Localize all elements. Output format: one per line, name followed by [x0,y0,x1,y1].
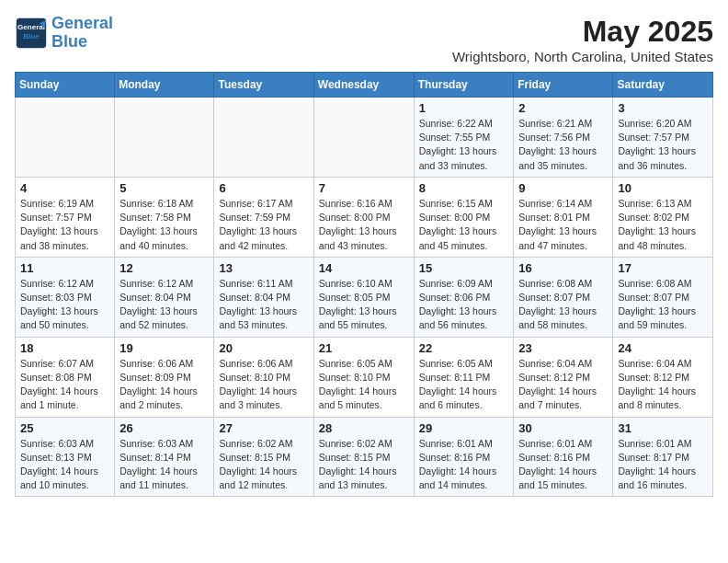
calendar-cell: 17Sunrise: 6:08 AM Sunset: 8:07 PM Dayli… [613,257,713,337]
calendar-cell: 14Sunrise: 6:10 AM Sunset: 8:05 PM Dayli… [313,257,414,337]
day-info: Sunrise: 6:01 AM Sunset: 8:16 PM Dayligh… [518,437,608,493]
calendar-cell: 1Sunrise: 6:22 AM Sunset: 7:55 PM Daylig… [414,98,514,178]
weekday-header: Tuesday [214,73,313,98]
day-number: 6 [219,181,308,195]
day-info: Sunrise: 6:12 AM Sunset: 8:03 PM Dayligh… [20,277,109,333]
calendar-cell: 18Sunrise: 6:07 AM Sunset: 8:08 PM Dayli… [16,337,115,417]
logo: General Blue GeneralBlue [15,15,113,52]
day-info: Sunrise: 6:20 AM Sunset: 7:57 PM Dayligh… [618,117,708,173]
calendar-table: SundayMondayTuesdayWednesdayThursdayFrid… [15,72,713,497]
day-number: 30 [518,421,608,435]
calendar-cell: 3Sunrise: 6:20 AM Sunset: 7:57 PM Daylig… [613,98,713,178]
calendar-cell: 13Sunrise: 6:11 AM Sunset: 8:04 PM Dayli… [214,257,313,337]
day-number: 26 [119,421,209,435]
calendar-cell: 20Sunrise: 6:06 AM Sunset: 8:10 PM Dayli… [214,337,313,417]
calendar-cell [313,98,414,178]
day-number: 10 [618,181,708,195]
calendar-cell: 27Sunrise: 6:02 AM Sunset: 8:15 PM Dayli… [214,417,313,497]
calendar-cell: 21Sunrise: 6:05 AM Sunset: 8:10 PM Dayli… [313,337,414,417]
title-block: May 2025 Wrightsboro, North Carolina, Un… [452,15,713,64]
day-number: 24 [618,341,708,355]
svg-text:General: General [17,23,45,31]
page-header: General Blue GeneralBlue May 2025 Wright… [15,15,713,64]
weekday-header: Sunday [16,73,115,98]
calendar-cell: 22Sunrise: 6:05 AM Sunset: 8:11 PM Dayli… [414,337,514,417]
day-number: 5 [119,181,209,195]
day-info: Sunrise: 6:03 AM Sunset: 8:13 PM Dayligh… [20,437,109,493]
day-number: 12 [119,261,209,275]
day-number: 4 [20,181,109,195]
logo-icon: General Blue [15,17,48,50]
day-info: Sunrise: 6:14 AM Sunset: 8:01 PM Dayligh… [518,197,608,253]
calendar-cell: 10Sunrise: 6:13 AM Sunset: 8:02 PM Dayli… [613,177,713,257]
day-info: Sunrise: 6:06 AM Sunset: 8:09 PM Dayligh… [119,357,209,413]
page-subtitle: Wrightsboro, North Carolina, United Stat… [452,49,713,64]
calendar-cell: 8Sunrise: 6:15 AM Sunset: 8:00 PM Daylig… [414,177,514,257]
day-number: 20 [219,341,308,355]
day-number: 28 [319,421,409,435]
day-info: Sunrise: 6:22 AM Sunset: 7:55 PM Dayligh… [419,117,509,173]
day-info: Sunrise: 6:09 AM Sunset: 8:06 PM Dayligh… [419,277,509,333]
calendar-cell [214,98,313,178]
day-info: Sunrise: 6:01 AM Sunset: 8:16 PM Dayligh… [419,437,509,493]
day-info: Sunrise: 6:13 AM Sunset: 8:02 PM Dayligh… [618,197,708,253]
svg-text:Blue: Blue [23,32,40,40]
day-number: 11 [20,261,109,275]
day-info: Sunrise: 6:06 AM Sunset: 8:10 PM Dayligh… [219,357,308,413]
day-number: 23 [518,341,608,355]
day-info: Sunrise: 6:05 AM Sunset: 8:10 PM Dayligh… [319,357,409,413]
day-number: 3 [618,101,708,115]
day-info: Sunrise: 6:03 AM Sunset: 8:14 PM Dayligh… [119,437,209,493]
day-info: Sunrise: 6:04 AM Sunset: 8:12 PM Dayligh… [618,357,708,413]
calendar-cell: 29Sunrise: 6:01 AM Sunset: 8:16 PM Dayli… [414,417,514,497]
day-info: Sunrise: 6:02 AM Sunset: 8:15 PM Dayligh… [219,437,308,493]
calendar-cell: 26Sunrise: 6:03 AM Sunset: 8:14 PM Dayli… [115,417,214,497]
calendar-cell: 4Sunrise: 6:19 AM Sunset: 7:57 PM Daylig… [16,177,115,257]
day-number: 2 [518,101,608,115]
calendar-cell: 9Sunrise: 6:14 AM Sunset: 8:01 PM Daylig… [514,177,613,257]
weekday-header: Saturday [613,73,713,98]
calendar-week-row: 25Sunrise: 6:03 AM Sunset: 8:13 PM Dayli… [16,417,713,497]
calendar-cell: 16Sunrise: 6:08 AM Sunset: 8:07 PM Dayli… [514,257,613,337]
day-info: Sunrise: 6:07 AM Sunset: 8:08 PM Dayligh… [20,357,109,413]
calendar-cell [16,98,115,178]
calendar-cell: 23Sunrise: 6:04 AM Sunset: 8:12 PM Dayli… [514,337,613,417]
day-info: Sunrise: 6:17 AM Sunset: 7:59 PM Dayligh… [219,197,308,253]
day-info: Sunrise: 6:11 AM Sunset: 8:04 PM Dayligh… [219,277,308,333]
day-info: Sunrise: 6:12 AM Sunset: 8:04 PM Dayligh… [119,277,209,333]
day-info: Sunrise: 6:08 AM Sunset: 8:07 PM Dayligh… [518,277,608,333]
day-number: 19 [119,341,209,355]
calendar-week-row: 18Sunrise: 6:07 AM Sunset: 8:08 PM Dayli… [16,337,713,417]
calendar-cell: 31Sunrise: 6:01 AM Sunset: 8:17 PM Dayli… [613,417,713,497]
day-number: 7 [319,181,409,195]
day-info: Sunrise: 6:04 AM Sunset: 8:12 PM Dayligh… [518,357,608,413]
calendar-week-row: 1Sunrise: 6:22 AM Sunset: 7:55 PM Daylig… [16,98,713,178]
day-info: Sunrise: 6:21 AM Sunset: 7:56 PM Dayligh… [518,117,608,173]
calendar-cell: 12Sunrise: 6:12 AM Sunset: 8:04 PM Dayli… [115,257,214,337]
day-number: 31 [618,421,708,435]
calendar-cell: 24Sunrise: 6:04 AM Sunset: 8:12 PM Dayli… [613,337,713,417]
day-info: Sunrise: 6:18 AM Sunset: 7:58 PM Dayligh… [119,197,209,253]
day-info: Sunrise: 6:02 AM Sunset: 8:15 PM Dayligh… [319,437,409,493]
day-number: 13 [219,261,308,275]
calendar-cell [115,98,214,178]
day-info: Sunrise: 6:19 AM Sunset: 7:57 PM Dayligh… [20,197,109,253]
weekday-header: Thursday [414,73,514,98]
calendar-cell: 15Sunrise: 6:09 AM Sunset: 8:06 PM Dayli… [414,257,514,337]
day-number: 1 [419,101,509,115]
day-number: 14 [319,261,409,275]
day-info: Sunrise: 6:16 AM Sunset: 8:00 PM Dayligh… [319,197,409,253]
calendar-header-row: SundayMondayTuesdayWednesdayThursdayFrid… [16,73,713,98]
calendar-cell: 11Sunrise: 6:12 AM Sunset: 8:03 PM Dayli… [16,257,115,337]
day-number: 27 [219,421,308,435]
day-info: Sunrise: 6:10 AM Sunset: 8:05 PM Dayligh… [319,277,409,333]
day-number: 17 [618,261,708,275]
day-number: 16 [518,261,608,275]
weekday-header: Monday [115,73,214,98]
day-info: Sunrise: 6:05 AM Sunset: 8:11 PM Dayligh… [419,357,509,413]
weekday-header: Wednesday [313,73,414,98]
calendar-cell: 6Sunrise: 6:17 AM Sunset: 7:59 PM Daylig… [214,177,313,257]
day-number: 22 [419,341,509,355]
day-number: 8 [419,181,509,195]
day-number: 18 [20,341,109,355]
